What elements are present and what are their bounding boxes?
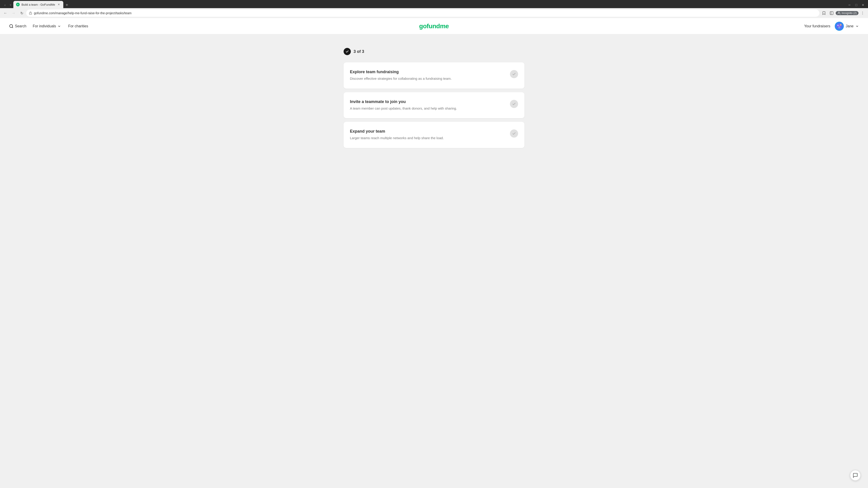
check-icon-2 xyxy=(512,102,516,106)
back-button[interactable]: ← xyxy=(2,9,9,17)
user-chevron-icon xyxy=(855,24,859,28)
browser-chrome: ‹ ▼ G Build a team - GoFundMe ✕ + − □ ✕ … xyxy=(0,0,868,18)
svg-point-5 xyxy=(862,13,863,13)
task-desc-2: A team member can post updates, thank do… xyxy=(350,106,505,111)
task-desc-1: Discover effective strategies for collab… xyxy=(350,76,505,81)
forward-button[interactable]: → xyxy=(10,9,17,17)
minimize-button[interactable]: − xyxy=(846,2,852,8)
site-logo[interactable]: gofundme xyxy=(419,23,449,30)
svg-point-4 xyxy=(862,12,863,12)
task-content-2: Invite a teammate to join you A team mem… xyxy=(350,99,505,111)
lock-icon xyxy=(29,11,32,15)
for-individuals-dropdown[interactable]: For individuals xyxy=(32,23,62,29)
task-title-1: Explore team fundraising xyxy=(350,70,505,74)
tab-favicon: G xyxy=(16,3,20,6)
menu-button[interactable] xyxy=(859,9,866,17)
svg-rect-0 xyxy=(29,13,32,14)
task-content-1: Explore team fundraising Discover effect… xyxy=(350,70,505,81)
nav-right: Your fundraisers xyxy=(804,22,859,31)
tab-history-back[interactable]: ‹ xyxy=(2,2,8,8)
active-tab[interactable]: G Build a team - GoFundMe ✕ xyxy=(13,1,63,8)
search-label: Search xyxy=(15,24,26,28)
chevron-down-icon xyxy=(57,24,61,28)
for-charities-link[interactable]: For charities xyxy=(67,23,89,29)
toolbar-icons: Incognito (2) xyxy=(820,9,866,17)
task-card-1[interactable]: Explore team fundraising Discover effect… xyxy=(344,62,524,89)
svg-point-12 xyxy=(856,475,857,475)
for-charities-label: For charities xyxy=(68,24,88,28)
content-container: 3 of 3 Explore team fundraising Discover… xyxy=(344,48,524,152)
for-individuals-label: For individuals xyxy=(33,24,56,28)
restore-button[interactable]: □ xyxy=(853,2,860,8)
svg-point-9 xyxy=(837,25,839,26)
website: Search For individuals For charities gof… xyxy=(0,18,868,480)
bookmark-button[interactable] xyxy=(820,9,828,17)
user-menu[interactable]: Jane xyxy=(835,22,859,31)
svg-point-10 xyxy=(840,24,842,26)
chat-icon xyxy=(852,473,858,478)
main-content: 3 of 3 Explore team fundraising Discover… xyxy=(0,34,868,480)
task-card-3[interactable]: Expand your team Larger teams reach mult… xyxy=(344,122,524,148)
check-icon-1 xyxy=(512,72,516,76)
svg-point-3 xyxy=(838,12,839,13)
tab-label: Build a team - GoFundMe xyxy=(22,3,55,6)
omnibar: ← → ↻ gofundme.com/manage/help-me-fund-r… xyxy=(0,8,868,18)
svg-point-7 xyxy=(10,24,13,27)
tab-close-button[interactable]: ✕ xyxy=(57,3,61,6)
search-link[interactable]: Search xyxy=(9,24,26,29)
site-nav: Search For individuals For charities gof… xyxy=(0,18,868,34)
url-text: gofundme.com/manage/help-me-fund-raise-f… xyxy=(34,11,817,15)
avatar xyxy=(835,22,844,31)
nav-left: Search For individuals For charities xyxy=(9,23,89,29)
your-fundraisers-link[interactable]: Your fundraisers xyxy=(804,24,830,28)
task-check-2 xyxy=(510,100,518,108)
svg-point-6 xyxy=(862,14,863,14)
task-check-1 xyxy=(510,70,518,78)
logo-text: gofundme xyxy=(419,23,449,30)
task-desc-3: Larger teams reach multiple networks and… xyxy=(350,135,505,141)
expand-tab-btn[interactable]: ▼ xyxy=(9,3,12,7)
tab-bar: ‹ ▼ G Build a team - GoFundMe ✕ + − □ ✕ xyxy=(0,0,868,8)
svg-rect-1 xyxy=(830,11,833,15)
task-title-2: Invite a teammate to join you xyxy=(350,99,505,104)
progress-text: 3 of 3 xyxy=(353,49,364,54)
close-button[interactable]: ✕ xyxy=(860,2,866,8)
incognito-badge[interactable]: Incognito (2) xyxy=(836,11,859,15)
reload-button[interactable]: ↻ xyxy=(18,9,25,17)
task-card-2[interactable]: Invite a teammate to join you A team mem… xyxy=(344,92,524,119)
task-content-3: Expand your team Larger teams reach mult… xyxy=(350,129,505,141)
incognito-label: Incognito (2) xyxy=(842,11,857,15)
sidebar-button[interactable] xyxy=(828,9,835,17)
new-tab-button[interactable]: + xyxy=(64,2,70,8)
svg-point-11 xyxy=(838,26,840,29)
task-check-3 xyxy=(510,129,518,138)
progress-check-icon xyxy=(344,48,351,55)
progress-header: 3 of 3 xyxy=(344,48,524,55)
address-bar[interactable]: gofundme.com/manage/help-me-fund-raise-f… xyxy=(26,9,819,17)
task-title-3: Expand your team xyxy=(350,129,505,134)
check-icon-3 xyxy=(512,131,516,135)
chat-widget[interactable] xyxy=(850,470,861,481)
svg-point-8 xyxy=(835,22,844,31)
user-name: Jane xyxy=(846,24,854,28)
search-icon xyxy=(9,24,13,29)
